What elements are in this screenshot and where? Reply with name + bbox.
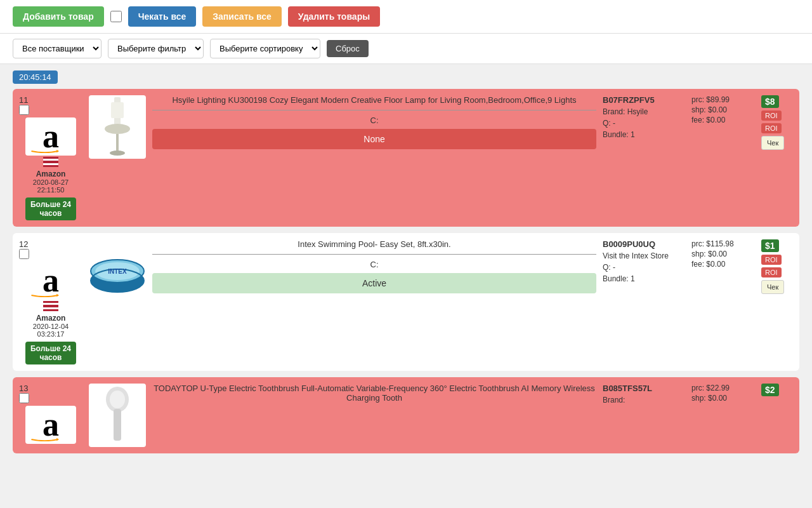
- product-card-2: 12 a Amazon 2020-12-04 03:23:17 Больше 2…: [13, 233, 799, 371]
- product-title-3: TODAYTOP U-Type Electric Toothbrush Full…: [152, 384, 596, 403]
- svg-point-4: [110, 150, 125, 156]
- bundle-2: Bundle: 1: [603, 274, 685, 283]
- reset-button[interactable]: Сброс: [327, 40, 369, 57]
- svg-text:INTEX: INTEX: [108, 268, 127, 275]
- svg-marker-0: [56, 150, 59, 153]
- card-center-3: TODAYTOP U-Type Electric Toothbrush Full…: [152, 384, 596, 403]
- card-center-1: Hsyile Lighting KU300198 Cozy Elegant Mo…: [152, 95, 596, 149]
- product-number-2: 12: [19, 239, 28, 249]
- svg-rect-14: [114, 409, 121, 441]
- roi-badge2-1: ROI: [761, 123, 782, 133]
- check-all-button[interactable]: Чекать все: [128, 6, 197, 27]
- chek-button-2[interactable]: Чек: [761, 280, 784, 294]
- filter-select[interactable]: Выберите фильтр: [108, 39, 204, 58]
- brand-3: Brand:: [603, 396, 685, 404]
- source-label-2: Amazon: [36, 314, 66, 323]
- amazon-a-letter-3: a: [43, 408, 59, 441]
- price-prc-1: prc: $89.99: [691, 95, 755, 104]
- svg-marker-6: [56, 294, 59, 297]
- roi-price-big-2: $1: [761, 239, 779, 252]
- top-toolbar: Добавить товар Чекать все Записать все У…: [0, 0, 812, 34]
- save-all-button[interactable]: Записать все: [202, 6, 282, 27]
- product-title-1: Hsyile Lighting KU300198 Cozy Elegant Mo…: [152, 95, 596, 105]
- amazon-a-letter: a: [43, 120, 59, 153]
- q-2: Q: -: [603, 263, 685, 272]
- date-1: 2020-08-27: [33, 178, 69, 186]
- card-roi-1: $8 ROI ROI Чек: [761, 95, 793, 150]
- card-pricing-2: prc: $115.98 shp: $0.00 fee: $0.00: [691, 239, 755, 269]
- freshness-badge-2: Больше 24часов: [25, 342, 76, 364]
- bundle-1: Bundle: 1: [603, 130, 685, 139]
- card-left-1: 11 a Amazon 2020-08-27 22:11:50 Больше 2…: [19, 95, 82, 220]
- card-center-2: Intex Swimming Pool- Easy Set, 8ft.x30in…: [152, 239, 596, 293]
- main-content: 20:45:14 11 a Amazon 2020-08-27 2: [0, 64, 812, 466]
- product-checkbox-2[interactable]: [19, 249, 29, 259]
- asin-2: B0009PU0UQ: [603, 239, 685, 249]
- delete-products-button[interactable]: Удалить товары: [288, 6, 380, 27]
- svg-rect-3: [116, 134, 119, 153]
- status-box-2: Active: [152, 273, 596, 293]
- time-badge: 20:45:14: [13, 70, 58, 84]
- card-roi-2: $1 ROI ROI Чек: [761, 239, 793, 294]
- divider-2: [152, 254, 596, 255]
- product-checkbox-1[interactable]: [19, 105, 29, 115]
- product-title-2: Intex Swimming Pool- Easy Set, 8ft.x30in…: [152, 239, 596, 249]
- price-shp-2: shp: $0.00: [691, 250, 755, 258]
- divider-1: [152, 110, 596, 110]
- card-left-3: 13 a: [19, 384, 82, 444]
- price-fee-1: fee: $0.00: [691, 116, 755, 124]
- svg-point-2: [105, 124, 130, 134]
- product-card: 11 a Amazon 2020-08-27 22:11:50 Больше 2…: [13, 89, 799, 227]
- product-number: 11: [19, 95, 28, 105]
- price-shp-3: shp: $0.00: [691, 394, 755, 403]
- freshness-badge-1: Больше 24часов: [25, 197, 76, 220]
- time-2: 03:23:17: [37, 330, 65, 338]
- card-pricing-3: prc: $22.99 shp: $0.00: [691, 384, 755, 403]
- date-2: 2020-12-04: [33, 323, 69, 330]
- roi-badge2-2: ROI: [761, 267, 782, 277]
- product-number-3: 13: [19, 384, 28, 393]
- check-all-checkbox[interactable]: [110, 11, 122, 22]
- source-label-1: Amazon: [36, 170, 66, 178]
- brand-2: Visit the Intex Store: [603, 251, 685, 260]
- product-image-2: INTEX: [89, 239, 146, 303]
- c-label-2: C:: [152, 260, 596, 269]
- asin-1: B07FRZPFV5: [603, 95, 685, 105]
- price-fee-2: fee: $0.00: [691, 260, 755, 269]
- product-checkbox-3[interactable]: [19, 393, 29, 403]
- supplier-select[interactable]: Все поставщики: [13, 39, 102, 58]
- amazon-arrow-icon-2: [30, 293, 59, 297]
- chek-button-1[interactable]: Чек: [761, 136, 784, 150]
- roi-badge1-2: ROI: [761, 255, 782, 265]
- add-product-button[interactable]: Добавить товар: [13, 6, 104, 27]
- amazon-logo-2: a: [25, 262, 76, 300]
- price-prc-2: prc: $115.98: [691, 239, 755, 248]
- price-prc-3: prc: $22.99: [691, 384, 755, 392]
- c-label-1: C:: [152, 116, 596, 125]
- roi-price-big-3: $2: [761, 384, 779, 396]
- svg-rect-5: [111, 102, 124, 118]
- card-info-2: B0009PU0UQ Visit the Intex Store Q: - Bu…: [603, 239, 685, 283]
- svg-marker-12: [56, 438, 59, 441]
- product-image-3: [89, 384, 146, 447]
- amazon-arrow-icon-3: [30, 438, 59, 441]
- q-1: Q: -: [603, 119, 685, 128]
- card-info-1: B07FRZPFV5 Brand: Hsyile Q: - Bundle: 1: [603, 95, 685, 139]
- time-1: 22:11:50: [37, 186, 65, 194]
- us-flag-1: [43, 157, 58, 167]
- product-image-1: [89, 95, 146, 159]
- card-roi-3: $2: [761, 384, 793, 396]
- sort-select[interactable]: Выберите сортировку: [210, 39, 320, 58]
- amazon-logo-1: a: [25, 117, 76, 156]
- filter-bar: Все поставщики Выберите фильтр Выберите …: [0, 34, 812, 64]
- product-card-3: 13 a TODAYTOP U-Type Electric Toothbrush…: [13, 377, 799, 453]
- roi-badge1-1: ROI: [761, 110, 782, 121]
- price-shp-1: shp: $0.00: [691, 105, 755, 114]
- roi-price-big-1: $8: [761, 95, 779, 108]
- card-left-2: 12 a Amazon 2020-12-04 03:23:17 Больше 2…: [19, 239, 82, 364]
- card-info-3: B085TFS57L Brand:: [603, 384, 685, 404]
- amazon-arrow-icon: [30, 149, 59, 153]
- brand-1: Brand: Hsyile: [603, 107, 685, 116]
- amazon-logo-3: a: [25, 406, 76, 444]
- amazon-a-letter-2: a: [43, 264, 59, 297]
